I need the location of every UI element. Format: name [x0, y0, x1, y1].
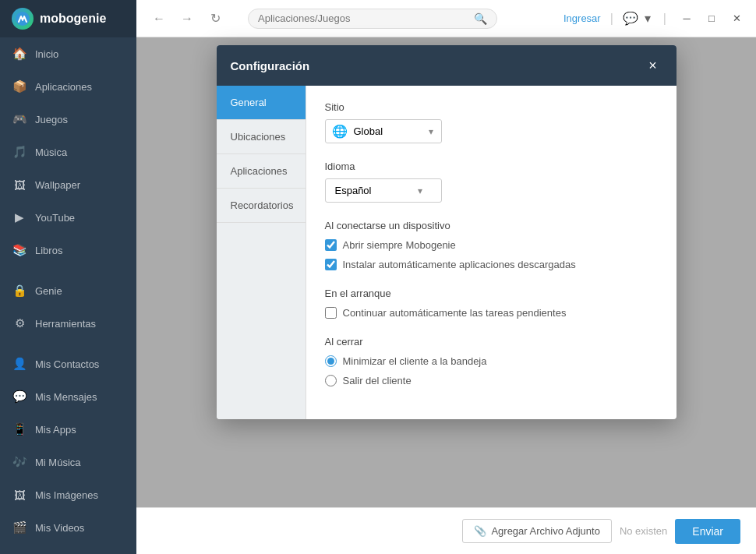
app-logo — [12, 8, 34, 30]
sidebar-item-mis-libros[interactable]: 📖 Mis libros — [0, 544, 136, 554]
modal-settings-content: Sitio 🌐 Global USA España México ▾ — [306, 86, 677, 419]
checkbox-open-mobogenie: Abrir siempre Mobogenie — [325, 239, 658, 251]
modal-nav: General Ubicaciones Aplicaciones Recorda… — [217, 86, 306, 419]
auto-continue-checkbox[interactable] — [325, 307, 337, 319]
sidebar-item-mis-imagenes[interactable]: 🖼 Mis Imágenes — [0, 478, 136, 511]
sidebar-item-label: Mi Música — [35, 457, 81, 468]
genie-icon: 🔒 — [12, 283, 27, 298]
sidebar-item-musica[interactable]: 🎵 Música — [0, 136, 136, 168]
main-area: ← → ↻ 🔍 Ingresar | 💬 ▾ | ─ □ ✕ ✏️ Coment… — [136, 0, 756, 554]
sidebar-nav-tools: 🔒 Genie ⚙ Herramientas — [0, 274, 136, 340]
topbar: ← → ↻ 🔍 Ingresar | 💬 ▾ | ─ □ ✕ — [136, 0, 756, 37]
language-select[interactable]: Español English Português Français — [332, 179, 418, 202]
games-icon: 🎮 — [12, 111, 27, 127]
modal-body: General Ubicaciones Aplicaciones Recorda… — [217, 86, 677, 419]
chat-icon[interactable]: 💬 — [623, 11, 638, 26]
modal-nav-ubicaciones[interactable]: Ubicaciones — [217, 120, 306, 154]
sidebar-item-mis-videos[interactable]: 🎬 Mis Videos — [0, 511, 136, 544]
modal-nav-recordatorios[interactable]: Recordatorios — [217, 189, 306, 223]
site-select[interactable]: Global USA España México — [351, 120, 429, 143]
sidebar-item-label: YouTube — [35, 212, 75, 224]
site-label: Sitio — [325, 101, 658, 113]
language-label: Idioma — [325, 161, 658, 172]
modal-nav-general[interactable]: General — [217, 86, 306, 120]
modal-close-button[interactable]: × — [644, 56, 662, 75]
modal-overlay: Configuración × General Ubicaciones Apli… — [136, 37, 756, 507]
sidebar-item-aplicaciones[interactable]: 📦 Aplicaciones — [0, 70, 136, 103]
checkbox-auto-install: Instalar automáticamente aplicaciones de… — [325, 259, 658, 270]
modal-nav-aplicaciones[interactable]: Aplicaciones — [217, 154, 306, 189]
sidebar-item-label: Juegos — [35, 114, 68, 125]
music-icon: 🎵 — [12, 144, 27, 160]
maximize-button[interactable]: □ — [704, 11, 719, 26]
dropdown-icon[interactable]: ▾ — [645, 11, 651, 26]
wallpaper-icon: 🖼 — [12, 177, 27, 192]
site-dropdown-icon: ▾ — [429, 126, 433, 137]
messages-icon: 💬 — [12, 389, 27, 404]
sidebar: mobogenie 🏠 Inicio 📦 Aplicaciones 🎮 Jueg… — [0, 0, 136, 554]
minimize-radio[interactable] — [325, 355, 337, 367]
sidebar-item-genie[interactable]: 🔒 Genie — [0, 274, 136, 307]
connect-section-label: Al conectarse un dispositivo — [325, 220, 658, 231]
minimize-button[interactable]: ─ — [679, 11, 694, 26]
home-icon: 🏠 — [12, 46, 27, 62]
sidebar-nav-personal: 👤 Mis Contactos 💬 Mis Mensajes 📱 Mis App… — [0, 348, 136, 554]
sidebar-item-inicio[interactable]: 🏠 Inicio — [0, 37, 136, 70]
sidebar-item-label: Herramientas — [35, 318, 96, 330]
sidebar-item-juegos[interactable]: 🎮 Juegos — [0, 103, 136, 136]
language-dropdown-icon: ▾ — [418, 185, 422, 196]
forward-button[interactable]: → — [176, 8, 198, 30]
attach-button[interactable]: 📎 Agregar Archivo Adjunto — [462, 519, 611, 543]
settings-modal: Configuración × General Ubicaciones Apli… — [217, 45, 677, 419]
sidebar-item-label: Wallpaper — [35, 179, 80, 191]
open-mobogenie-checkbox[interactable] — [325, 239, 337, 251]
sidebar-item-wallpaper[interactable]: 🖼 Wallpaper — [0, 168, 136, 201]
attach-icon: 📎 — [474, 525, 486, 537]
auto-install-checkbox[interactable] — [325, 259, 337, 270]
sidebar-item-mis-contactos[interactable]: 👤 Mis Contactos — [0, 348, 136, 380]
page-content: ✏️ Comentarios Configuración × General U… — [136, 37, 756, 507]
youtube-icon: ▶ — [12, 210, 27, 225]
books-icon: 📚 — [12, 242, 27, 258]
refresh-button[interactable]: ↻ — [204, 8, 226, 30]
startup-section-label: En el arranque — [325, 288, 658, 299]
sidebar-item-label: Mis Mensajes — [35, 391, 97, 403]
radio-exit: Salir del cliente — [325, 375, 658, 386]
sidebar-item-libros[interactable]: 📚 Libros — [0, 234, 136, 266]
search-input[interactable] — [258, 12, 474, 24]
sidebar-item-mis-apps[interactable]: 📱 Mis Apps — [0, 413, 136, 446]
sidebar-item-mis-mensajes[interactable]: 💬 Mis Mensajes — [0, 380, 136, 413]
attach-label: Agregar Archivo Adjunto — [491, 525, 599, 537]
globe-icon: 🌐 — [332, 124, 348, 139]
sidebar-item-label: Música — [35, 146, 67, 158]
tools-icon: ⚙ — [12, 316, 27, 331]
login-button[interactable]: Ingresar — [563, 12, 601, 24]
startup-setting: En el arranque Continuar automáticamente… — [325, 288, 658, 319]
radio-minimize: Minimizar el cliente a la bandeja — [325, 355, 658, 367]
modal-header: Configuración × — [217, 45, 677, 86]
connect-setting: Al conectarse un dispositivo Abrir siemp… — [325, 220, 658, 270]
topbar-icons: 💬 ▾ — [623, 11, 651, 26]
auto-continue-label: Continuar automáticamente las tareas pen… — [343, 307, 567, 319]
sidebar-nav-main: 🏠 Inicio 📦 Aplicaciones 🎮 Juegos 🎵 Músic… — [0, 37, 136, 266]
site-setting: Sitio 🌐 Global USA España México ▾ — [325, 101, 658, 143]
search-bar: 🔍 — [248, 9, 497, 29]
app-title: mobogenie — [40, 12, 106, 26]
exit-radio[interactable] — [325, 375, 337, 386]
exit-label: Salir del cliente — [343, 375, 412, 386]
sidebar-item-youtube[interactable]: ▶ YouTube — [0, 201, 136, 234]
send-button[interactable]: Enviar — [675, 519, 740, 544]
open-mobogenie-label: Abrir siempre Mobogenie — [343, 239, 456, 251]
sidebar-item-label: Mis Contactos — [35, 358, 99, 370]
topbar-right: Ingresar | 💬 ▾ | ─ □ ✕ — [563, 11, 744, 26]
back-button[interactable]: ← — [148, 8, 170, 30]
sidebar-item-herramientas[interactable]: ⚙ Herramientas — [0, 307, 136, 340]
close-window-button[interactable]: ✕ — [729, 11, 744, 26]
sidebar-item-label: Mis Videos — [35, 522, 84, 534]
language-setting: Idioma Español English Português Françai… — [325, 161, 658, 203]
apps-icon: 📦 — [12, 79, 27, 94]
sidebar-item-label: Genie — [35, 285, 62, 297]
sidebar-item-mi-musica[interactable]: 🎶 Mi Música — [0, 446, 136, 478]
language-select-wrapper: Español English Português Français ▾ — [325, 178, 442, 203]
search-icon: 🔍 — [474, 12, 487, 25]
